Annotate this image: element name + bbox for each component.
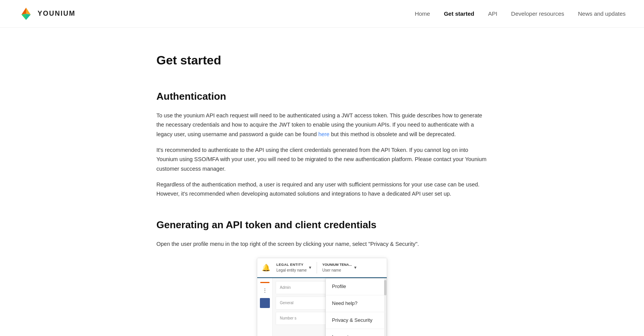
dropdown-item-profile: Profile [326, 278, 386, 295]
nav-item-api[interactable]: API [488, 9, 497, 18]
generating-token-heading: Generating an API token and client crede… [156, 217, 488, 233]
screenshot-row-numbers-label: Number s [280, 315, 296, 321]
younium-logo-icon [18, 6, 34, 21]
screenshot-topbar: 🔔 LEGAL ENTITY Legal entity name ▼ YOUNI… [257, 258, 387, 278]
screenshot-row-admin-label: Admin [280, 285, 291, 291]
bell-icon: 🔔 [262, 262, 270, 273]
legal-entity-name: Legal entity name [276, 267, 307, 273]
legal-entity-chevron: ▼ [308, 265, 312, 271]
legal-entity-label: LEGAL ENTITY [276, 262, 307, 267]
auth-paragraph-1: To use the younium API each request will… [156, 111, 488, 139]
screenshot-dropdown-panel: Profile Need help? Privacy & Security Lo… [325, 278, 387, 336]
screenshot-content: ⋮ Admin General Number s [257, 278, 387, 336]
tenant-label: YOUNIUM TENA... [322, 262, 352, 267]
generating-token-section: Generating an API token and client crede… [156, 217, 488, 336]
screenshot-sidebar: ⋮ [257, 278, 273, 336]
svg-marker-3 [26, 14, 31, 20]
tenant-user: User name [322, 267, 352, 273]
dropdown-item-privacy-security: Privacy & Security [326, 312, 386, 329]
svg-marker-1 [26, 8, 31, 15]
auth-paragraph-3: Regardless of the authentication method,… [156, 180, 488, 199]
scrollbar-thumb [384, 280, 386, 295]
generating-token-intro: Open the user profile menu in the top ri… [156, 239, 488, 249]
app-screenshot: 🔔 LEGAL ENTITY Legal entity name ▼ YOUNI… [257, 258, 387, 336]
nav-item-news[interactable]: News and updates [578, 9, 626, 18]
svg-marker-2 [21, 14, 26, 20]
dropdown-item-logout: Log out [326, 329, 386, 336]
auth-paragraph-2: It's recommended to authenticate to the … [156, 145, 488, 174]
legal-entity-selector: LEGAL ENTITY Legal entity name ▼ [276, 262, 317, 273]
authentication-heading: Authentication [156, 89, 488, 105]
sidebar-highlight [260, 282, 269, 283]
main-content: Get started Authentication To use the yo… [138, 28, 506, 336]
sidebar-block [260, 298, 270, 308]
tenant-chevron: ▼ [353, 265, 357, 271]
here-link[interactable]: here [318, 131, 329, 137]
nav-item-home[interactable]: Home [415, 9, 430, 18]
logo[interactable]: YOUNIUM [18, 6, 76, 21]
svg-marker-0 [21, 8, 26, 15]
logo-text: YOUNIUM [38, 8, 76, 19]
nav-item-developer-resources[interactable]: Developer resources [511, 9, 564, 18]
screenshot-row-general-label: General [280, 300, 294, 306]
page-title: Get started [156, 51, 488, 70]
screenshot-container: 🔔 LEGAL ENTITY Legal entity name ▼ YOUNI… [156, 258, 488, 336]
authentication-section: Authentication To use the younium API ea… [156, 89, 488, 199]
nav-item-get-started[interactable]: Get started [444, 9, 474, 18]
main-nav: Home Get started API Developer resources… [415, 9, 626, 18]
scrollbar [384, 278, 386, 336]
tenant-selector: YOUNIUM TENA... User name ▼ [322, 262, 382, 273]
sidebar-menu-icon: ⋮ [262, 286, 268, 295]
dropdown-item-need-help: Need help? [326, 295, 386, 312]
